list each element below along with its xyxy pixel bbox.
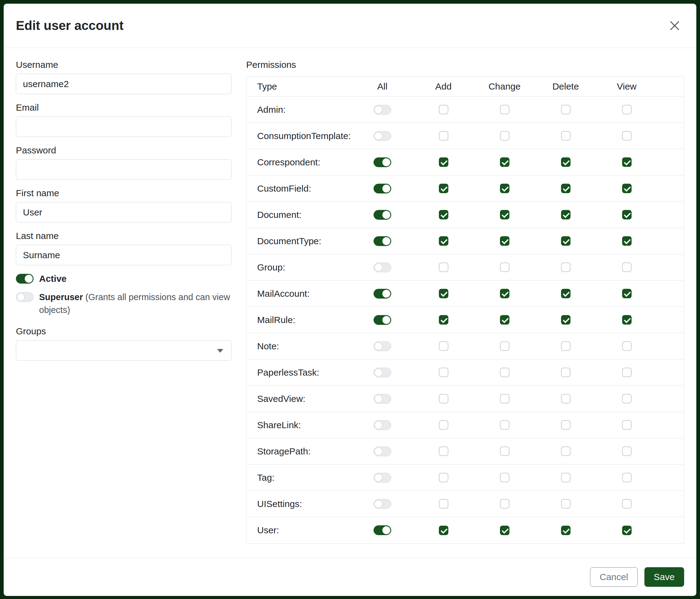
permission-add-checkbox[interactable]	[439, 368, 448, 377]
permission-delete-checkbox[interactable]	[561, 341, 571, 351]
permission-all-toggle[interactable]	[374, 315, 391, 325]
permission-view-checkbox[interactable]	[622, 263, 632, 272]
permission-view-checkbox[interactable]	[622, 158, 632, 167]
permission-all-toggle[interactable]	[374, 368, 391, 378]
cancel-button[interactable]: Cancel	[590, 567, 638, 587]
save-button[interactable]: Save	[644, 567, 684, 587]
permission-view-checkbox[interactable]	[622, 210, 632, 219]
permission-delete-checkbox[interactable]	[561, 184, 571, 193]
permission-all-toggle[interactable]	[374, 420, 391, 430]
permission-view-checkbox[interactable]	[622, 131, 632, 141]
email-label: Email	[16, 102, 231, 113]
permission-change-checkbox[interactable]	[500, 131, 509, 141]
permission-add-checkbox[interactable]	[439, 447, 448, 456]
permission-add-checkbox[interactable]	[439, 263, 448, 272]
permission-delete-checkbox[interactable]	[561, 473, 571, 482]
first-name-input[interactable]	[16, 202, 231, 222]
permission-all-toggle[interactable]	[374, 210, 391, 220]
permission-change-checkbox[interactable]	[500, 184, 509, 193]
permission-change-checkbox[interactable]	[500, 158, 509, 167]
permission-add-checkbox[interactable]	[439, 315, 448, 325]
permission-all-toggle[interactable]	[374, 499, 391, 509]
permission-view-checkbox[interactable]	[622, 341, 632, 351]
close-icon[interactable]	[667, 18, 683, 34]
permission-view-checkbox[interactable]	[622, 184, 632, 193]
permission-add-checkbox[interactable]	[439, 210, 448, 219]
username-field: Username	[16, 59, 231, 94]
permission-change-checkbox[interactable]	[500, 447, 509, 456]
permission-all-toggle[interactable]	[374, 131, 391, 141]
permission-add-checkbox[interactable]	[439, 473, 448, 482]
permission-delete-checkbox[interactable]	[561, 263, 571, 272]
permission-view-checkbox[interactable]	[622, 368, 632, 377]
permission-all-toggle[interactable]	[374, 236, 391, 246]
permission-change-checkbox[interactable]	[500, 289, 509, 298]
permission-add-checkbox[interactable]	[439, 394, 448, 403]
permission-add-checkbox[interactable]	[439, 105, 448, 114]
permission-all-toggle[interactable]	[374, 263, 391, 272]
active-toggle[interactable]	[16, 274, 33, 284]
permission-add-checkbox[interactable]	[439, 341, 448, 351]
permission-delete-checkbox[interactable]	[561, 105, 571, 114]
permission-all-toggle[interactable]	[374, 447, 391, 456]
permission-add-checkbox[interactable]	[439, 289, 448, 298]
permission-change-checkbox[interactable]	[500, 341, 509, 351]
permission-delete-checkbox[interactable]	[561, 210, 571, 219]
permission-change-checkbox[interactable]	[500, 368, 509, 377]
last-name-input[interactable]	[16, 245, 231, 265]
superuser-toggle[interactable]	[16, 292, 33, 302]
permission-delete-checkbox[interactable]	[561, 315, 571, 325]
permission-delete-checkbox[interactable]	[561, 394, 571, 403]
permission-add-checkbox[interactable]	[439, 131, 448, 141]
last-name-label: Last name	[16, 231, 231, 241]
permission-view-checkbox[interactable]	[622, 315, 632, 325]
permission-view-checkbox[interactable]	[622, 499, 632, 508]
permission-all-toggle[interactable]	[374, 525, 391, 535]
permission-add-checkbox[interactable]	[439, 526, 448, 535]
permission-delete-checkbox[interactable]	[561, 447, 571, 456]
permission-change-checkbox[interactable]	[500, 526, 509, 535]
permission-add-checkbox[interactable]	[439, 236, 448, 246]
email-input[interactable]	[16, 116, 231, 137]
permission-all-toggle[interactable]	[374, 289, 391, 298]
permission-all-toggle[interactable]	[374, 184, 391, 193]
permission-delete-checkbox[interactable]	[561, 289, 571, 298]
permission-view-checkbox[interactable]	[622, 394, 632, 403]
permission-add-checkbox[interactable]	[439, 184, 448, 193]
permission-all-toggle[interactable]	[374, 105, 391, 115]
permission-change-checkbox[interactable]	[500, 105, 509, 114]
groups-select[interactable]	[16, 340, 231, 361]
permission-delete-checkbox[interactable]	[561, 236, 571, 246]
permission-view-checkbox[interactable]	[622, 289, 632, 298]
permission-change-checkbox[interactable]	[500, 473, 509, 482]
permission-delete-checkbox[interactable]	[561, 368, 571, 377]
permission-delete-checkbox[interactable]	[561, 158, 571, 167]
permission-add-checkbox[interactable]	[439, 499, 448, 508]
permission-view-checkbox[interactable]	[622, 473, 632, 482]
permission-change-checkbox[interactable]	[500, 499, 509, 508]
permission-delete-checkbox[interactable]	[561, 420, 571, 430]
permission-delete-checkbox[interactable]	[561, 499, 571, 508]
username-input[interactable]	[16, 74, 231, 94]
permission-change-checkbox[interactable]	[500, 236, 509, 246]
permission-view-checkbox[interactable]	[622, 105, 632, 114]
permission-view-checkbox[interactable]	[622, 236, 632, 246]
permission-type-label: StoragePath:	[247, 446, 352, 457]
permission-delete-checkbox[interactable]	[561, 131, 571, 141]
permission-delete-checkbox[interactable]	[561, 526, 571, 535]
permission-change-checkbox[interactable]	[500, 263, 509, 272]
password-input[interactable]	[16, 159, 231, 180]
permission-view-checkbox[interactable]	[622, 447, 632, 456]
permission-add-checkbox[interactable]	[439, 158, 448, 167]
permission-all-toggle[interactable]	[374, 394, 391, 404]
permission-change-checkbox[interactable]	[500, 210, 509, 219]
permission-view-checkbox[interactable]	[622, 420, 632, 430]
permission-all-toggle[interactable]	[374, 341, 391, 351]
permission-change-checkbox[interactable]	[500, 420, 509, 430]
permission-all-toggle[interactable]	[374, 158, 391, 167]
permission-change-checkbox[interactable]	[500, 394, 509, 403]
permission-change-checkbox[interactable]	[500, 315, 509, 325]
permission-all-toggle[interactable]	[374, 473, 391, 483]
permission-view-checkbox[interactable]	[622, 526, 632, 535]
permission-add-checkbox[interactable]	[439, 420, 448, 430]
